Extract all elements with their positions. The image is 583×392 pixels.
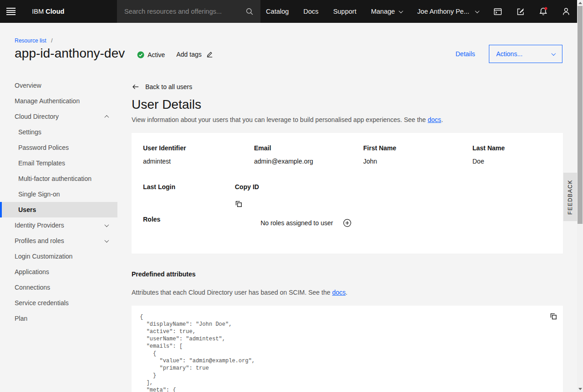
account-menu[interactable]: Joe Anthony Pe... — [410, 0, 486, 23]
sidebar-item-cloud-directory[interactable]: Cloud Directory — [0, 109, 117, 124]
nav-docs[interactable]: Docs — [296, 0, 326, 23]
code-line: { — [140, 313, 545, 321]
last-name-value: Doe — [472, 158, 551, 165]
sidebar-item-profiles-and-roles[interactable]: Profiles and roles — [0, 233, 117, 249]
account-name-label: Joe Anthony Pe... — [417, 8, 469, 15]
section-subtitle: View information about your users that y… — [132, 116, 563, 123]
copy-icon — [550, 313, 557, 320]
user-details-card: User Identifier admintest Email admin@ex… — [132, 133, 563, 254]
sidebar-item-users[interactable]: Users — [0, 202, 117, 217]
docs-link[interactable]: docs — [428, 116, 441, 123]
hamburger-menu-button[interactable] — [0, 0, 22, 23]
actions-dropdown[interactable]: Actions... — [489, 45, 562, 63]
predefined-attributes-subtitle: Attributes that each Cloud Directory use… — [132, 289, 563, 296]
code-line: "meta": { — [140, 387, 545, 392]
sidebar-item-connections[interactable]: Connections — [0, 280, 117, 295]
notifications-icon — [539, 7, 548, 16]
sidebar-item-multi-factor-authentication[interactable]: Multi-factor authentication — [0, 171, 117, 186]
scrollbar-down-arrow[interactable] — [578, 388, 582, 390]
code-line: "userName": "admintest", — [140, 335, 545, 343]
last-name-label: Last Name — [472, 144, 551, 152]
breadcrumb-resource-list-link[interactable]: Resource list — [15, 37, 46, 44]
user-identifier-label: User Identifier — [143, 144, 254, 152]
sidebar-item-login-customization[interactable]: Login Customization — [0, 249, 117, 264]
top-header-bar: IBM Cloud Catalog Docs Support Manage Jo… — [0, 0, 583, 23]
sidebar-item-single-sign-on[interactable]: Single Sign-on — [0, 186, 117, 202]
first-name-value: John — [363, 158, 472, 165]
sidebar-item-plan[interactable]: Plan — [0, 311, 117, 326]
code-line: "emails": [ — [140, 343, 545, 350]
sidebar-item-identity-providers[interactable]: Identity Providers — [0, 217, 117, 233]
chevron-down-icon — [475, 9, 480, 13]
chevron-down-icon — [105, 222, 109, 227]
feedback-tab[interactable]: FEEDBACK — [563, 173, 577, 221]
copy-id-button[interactable] — [235, 200, 243, 208]
last-login-label: Last Login — [143, 183, 235, 191]
sidebar-item-settings[interactable]: Settings — [0, 124, 117, 140]
chevron-down-icon — [551, 51, 556, 56]
add-role-button[interactable] — [343, 219, 351, 227]
avatar-button[interactable] — [555, 0, 578, 23]
nav-catalog[interactable]: Catalog — [259, 0, 296, 23]
back-to-all-users-link[interactable]: Back to all users — [132, 83, 192, 90]
feedback-label: FEEDBACK — [567, 180, 573, 215]
nav-support[interactable]: Support — [326, 0, 364, 23]
code-line: } — [140, 372, 545, 379]
breadcrumb: Resource list / — [15, 37, 53, 44]
logo-ibm-text: IBM — [32, 8, 44, 15]
chevron-down-icon — [399, 9, 403, 13]
email-value: admin@example.org — [254, 158, 363, 165]
header-right-nav: Catalog Docs Support Manage Joe Anthony … — [259, 0, 578, 23]
edit-pencil-icon — [206, 51, 213, 58]
nav-manage-menu[interactable]: Manage — [364, 0, 410, 23]
add-tags-label: Add tags — [176, 51, 201, 58]
section-heading: User Details — [132, 97, 563, 112]
avatar-icon — [562, 7, 571, 16]
code-line: { — [140, 350, 545, 357]
copy-id-label: Copy ID — [235, 183, 551, 191]
add-tags-button[interactable]: Add tags — [176, 51, 213, 58]
search-icon — [245, 7, 254, 16]
copy-icon — [235, 200, 243, 208]
search-button[interactable] — [238, 0, 260, 23]
header-search — [117, 0, 260, 23]
check-circle-icon — [137, 51, 144, 58]
first-name-label: First Name — [363, 144, 472, 152]
sidebar-item-service-credentials[interactable]: Service credentials — [0, 295, 117, 311]
actions-label: Actions... — [496, 50, 523, 58]
search-input[interactable] — [117, 0, 238, 23]
nav-manage-label: Manage — [371, 8, 395, 15]
chevron-down-icon — [105, 238, 109, 243]
sidebar-item-applications[interactable]: Applications — [0, 264, 117, 280]
docs-link[interactable]: docs — [332, 289, 346, 296]
notification-dot — [545, 7, 547, 10]
sidebar-item-email-templates[interactable]: Email Templates — [0, 155, 117, 171]
scrollbar-thumb[interactable] — [578, 6, 583, 224]
copy-snippet-button[interactable] — [550, 312, 558, 320]
notifications-button[interactable] — [532, 0, 555, 23]
edit-shortcut-button[interactable] — [509, 0, 532, 23]
cloud-shell-icon — [493, 7, 502, 16]
scrollbar-up-arrow[interactable] — [578, 2, 582, 4]
status-badge: Active — [137, 51, 165, 58]
user-identifier-value: admintest — [143, 158, 254, 165]
sidebar-item-overview[interactable]: Overview — [0, 78, 117, 93]
arrow-left-icon — [132, 83, 139, 90]
page-scrollbar — [577, 0, 583, 392]
service-sidebar-nav: Overview Manage Authentication Cloud Dir… — [0, 78, 117, 326]
edit-icon — [516, 7, 525, 16]
breadcrumb-separator: / — [51, 37, 53, 44]
code-line: "active": true, — [140, 328, 545, 335]
app-window: IBM Cloud Catalog Docs Support Manage Jo… — [0, 0, 583, 392]
sidebar-item-manage-authentication[interactable]: Manage Authentication — [0, 93, 117, 109]
ibm-cloud-logo[interactable]: IBM Cloud — [32, 0, 64, 23]
sidebar-item-password-polices[interactable]: Password Polices — [0, 140, 117, 155]
main-content: Back to all users User Details View info… — [132, 83, 563, 392]
scim-code-snippet: { "displayName": "John Doe", "active": t… — [132, 306, 563, 392]
email-label: Email — [254, 144, 363, 152]
add-icon — [343, 219, 351, 227]
cloud-shell-button[interactable] — [486, 0, 509, 23]
code-line: ], — [140, 379, 545, 387]
details-link[interactable]: Details — [456, 50, 475, 58]
logo-cloud-text: Cloud — [46, 8, 64, 15]
